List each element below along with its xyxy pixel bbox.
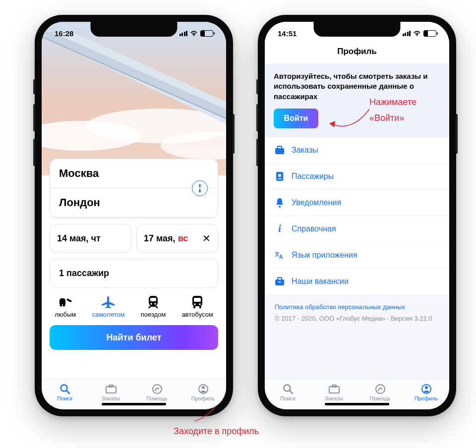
tab-profile[interactable]: Профиль [403, 379, 449, 405]
svg-point-11 [154, 303, 156, 305]
svg-point-42 [425, 386, 428, 389]
tab-profile[interactable]: Профиль [180, 379, 226, 405]
wifi-icon [413, 30, 421, 36]
swap-button[interactable] [192, 180, 208, 196]
menu-item-briefcase[interactable]: Заказы [265, 137, 449, 164]
tab-search[interactable]: Поиск [42, 379, 88, 405]
svg-point-14 [194, 303, 196, 305]
to-city-input[interactable]: Лондон [50, 188, 218, 218]
mixed-icon [58, 295, 73, 309]
profile-icon [420, 384, 433, 394]
svg-rect-13 [194, 298, 201, 302]
svg-line-37 [290, 391, 293, 393]
svg-rect-29 [278, 178, 282, 179]
svg-marker-44 [329, 121, 335, 127]
svg-rect-16 [193, 306, 195, 308]
transport-label: самолетом [92, 311, 124, 318]
lang-icon: 文A [275, 250, 285, 260]
search-icon [282, 384, 295, 394]
menu-item-info[interactable]: iСправочная [265, 216, 449, 242]
phone-search: 16:28 Москва Лондон [35, 15, 233, 416]
transport-option-plane[interactable]: самолетом [92, 295, 124, 318]
phone-profile: 14:51 Профиль Авторизуйтесь, чтобы смотр… [258, 15, 456, 416]
svg-point-10 [150, 303, 152, 305]
home-indicator [102, 403, 166, 405]
menu-item-label: Уведомления [292, 198, 341, 207]
tab-label: Профиль [415, 395, 438, 401]
privacy-policy-link[interactable]: Политика обработки персональных данных [275, 303, 439, 311]
profile-menu: ЗаказыПассажирыУведомленияiСправочная文AЯ… [265, 137, 449, 294]
search-button[interactable]: Найти билет [50, 325, 218, 350]
depart-date-label: 14 мая, чт [57, 233, 101, 244]
page-title: Профиль [265, 45, 449, 63]
clear-return-date-icon[interactable]: ✕ [202, 232, 211, 244]
svg-rect-17 [199, 306, 201, 308]
tab-help[interactable]: Помощь [357, 379, 403, 405]
svg-rect-35 [279, 281, 281, 282]
menu-item-label: Пассажиры [292, 172, 334, 181]
help-icon [151, 384, 164, 394]
transport-option-train[interactable]: поездом [141, 295, 166, 318]
tab-label: Заказы [325, 395, 343, 401]
transport-selector: любымсамолетомпоездомавтобусом [42, 288, 226, 322]
svg-point-7 [62, 304, 65, 307]
svg-rect-9 [150, 298, 156, 301]
svg-point-15 [199, 303, 201, 305]
annotation-right: Нажимаете «Войти» [369, 94, 416, 126]
jobs-icon [275, 277, 285, 286]
tab-orders[interactable]: Заказы [311, 379, 357, 405]
phone-side-button [456, 114, 458, 154]
orders-icon [105, 384, 118, 394]
footer: Политика обработки персональных данных ©… [265, 294, 449, 331]
bus-icon [189, 295, 205, 309]
phone-notch [314, 22, 401, 37]
search-icon [59, 384, 71, 394]
tab-label: Помощь [146, 395, 168, 401]
passport-icon [275, 171, 285, 181]
signal-icon [403, 31, 411, 36]
train-icon [145, 295, 161, 309]
menu-item-label: Справочная [292, 224, 336, 233]
phone-side-button [256, 79, 258, 94]
login-button[interactable]: Войти [274, 109, 318, 128]
svg-point-22 [153, 385, 162, 393]
orders-icon [328, 384, 341, 394]
menu-item-lang[interactable]: 文AЯзык приложения [265, 242, 449, 269]
phone-side-button [33, 104, 35, 131]
phone-side-button [33, 79, 35, 94]
svg-point-6 [60, 304, 62, 307]
tab-help[interactable]: Помощь [134, 379, 180, 405]
svg-point-30 [279, 206, 281, 208]
route-card: Москва Лондон [50, 159, 218, 218]
transport-option-mixed[interactable]: любым [55, 295, 76, 318]
svg-point-28 [278, 174, 281, 177]
menu-item-jobs[interactable]: Наши вакансии [265, 269, 449, 294]
profile-icon [197, 384, 210, 394]
depart-date-input[interactable]: 14 мая, чт [50, 224, 131, 253]
tab-search[interactable]: Поиск [265, 379, 311, 405]
copyright-text: © 2017 - 2020, ООО «Глобус Медиа» · Верс… [275, 315, 439, 322]
bell-icon [275, 198, 285, 208]
wifi-icon [190, 30, 198, 36]
transport-label: любым [55, 311, 76, 318]
tab-label: Помощь [369, 395, 391, 401]
status-time: 14:51 [278, 29, 297, 38]
return-date-input[interactable]: 17 мая, вс ✕ [136, 224, 218, 253]
plane-icon [100, 295, 116, 309]
menu-item-label: Заказы [292, 146, 318, 155]
menu-item-bell[interactable]: Уведомления [265, 190, 449, 216]
return-date-label: 17 мая, вс [144, 233, 188, 244]
briefcase-icon [275, 145, 285, 155]
phone-side-button [33, 139, 35, 166]
phone-side-button [233, 114, 235, 154]
menu-item-passport[interactable]: Пассажиры [265, 164, 449, 190]
menu-item-label: Наши вакансии [292, 277, 349, 286]
passengers-input[interactable]: 1 пассажир [50, 259, 218, 288]
tab-label: Заказы [102, 395, 120, 401]
help-icon [374, 384, 387, 394]
svg-point-24 [202, 386, 205, 389]
transport-label: автобусом [182, 311, 213, 318]
transport-option-bus[interactable]: автобусом [182, 295, 213, 318]
tab-orders[interactable]: Заказы [88, 379, 134, 405]
menu-item-label: Язык приложения [292, 251, 357, 260]
